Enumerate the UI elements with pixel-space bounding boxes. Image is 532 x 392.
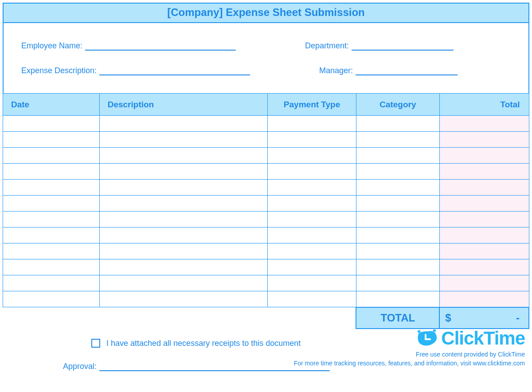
table-row xyxy=(3,132,529,148)
cell-description[interactable] xyxy=(99,259,268,275)
cell-payment_type[interactable] xyxy=(268,259,356,275)
cell-description[interactable] xyxy=(99,180,268,196)
footer-line-1: Free use content provided by ClickTime xyxy=(294,351,525,358)
cell-description[interactable] xyxy=(99,227,268,243)
cell-total[interactable] xyxy=(439,291,529,307)
cell-category[interactable] xyxy=(356,291,439,307)
cell-date[interactable] xyxy=(3,164,100,180)
cell-description[interactable] xyxy=(99,291,268,307)
cell-description[interactable] xyxy=(99,116,268,132)
cell-payment_type[interactable] xyxy=(268,180,356,196)
cell-payment_type[interactable] xyxy=(268,164,356,180)
table-row xyxy=(3,291,529,307)
table-row xyxy=(3,116,529,132)
cell-total[interactable] xyxy=(439,164,529,180)
cell-total[interactable] xyxy=(439,259,529,275)
col-total: Total xyxy=(439,94,529,116)
cell-category[interactable] xyxy=(356,196,439,212)
cell-payment_type[interactable] xyxy=(268,132,356,148)
cell-category[interactable] xyxy=(356,148,439,164)
table-row xyxy=(3,212,529,227)
table-row xyxy=(3,227,529,243)
col-category: Category xyxy=(356,94,439,116)
department-label: Department: xyxy=(305,41,349,51)
table-row xyxy=(3,275,529,291)
cell-category[interactable] xyxy=(356,180,439,196)
cell-payment_type[interactable] xyxy=(268,196,356,212)
grand-total-amount: $ - xyxy=(439,307,529,329)
cell-date[interactable] xyxy=(3,227,100,243)
footer-line-2: For more time tracking resources, featur… xyxy=(294,360,525,367)
cell-description[interactable] xyxy=(99,196,268,212)
col-payment-type: Payment Type xyxy=(268,94,356,116)
manager-label: Manager: xyxy=(319,66,353,75)
expense-description-field[interactable] xyxy=(99,66,250,75)
cell-category[interactable] xyxy=(356,212,439,227)
clicktime-logo-text: ClickTime xyxy=(441,328,525,349)
cell-date[interactable] xyxy=(3,180,100,196)
cell-description[interactable] xyxy=(99,243,268,259)
cell-date[interactable] xyxy=(3,259,100,275)
cell-payment_type[interactable] xyxy=(268,275,356,291)
cell-total[interactable] xyxy=(439,275,529,291)
cell-total[interactable] xyxy=(439,180,529,196)
table-row xyxy=(3,196,529,212)
cell-date[interactable] xyxy=(3,243,100,259)
table-row xyxy=(3,180,529,196)
table-row xyxy=(3,164,529,180)
col-date: Date xyxy=(3,94,100,116)
cell-date[interactable] xyxy=(3,212,100,227)
cell-description[interactable] xyxy=(99,275,268,291)
cell-category[interactable] xyxy=(356,227,439,243)
cell-date[interactable] xyxy=(3,132,100,148)
cell-date[interactable] xyxy=(3,291,100,307)
cell-description[interactable] xyxy=(99,148,268,164)
department-field[interactable] xyxy=(352,41,454,51)
cell-total[interactable] xyxy=(439,243,529,259)
cell-date[interactable] xyxy=(3,196,100,212)
page-title: [Company] Expense Sheet Submission xyxy=(3,3,529,23)
receipts-confirmation-text: I have attached all necessary receipts t… xyxy=(106,339,301,348)
manager-field[interactable] xyxy=(356,66,458,75)
cell-description[interactable] xyxy=(99,212,268,227)
cell-payment_type[interactable] xyxy=(268,243,356,259)
header-fields: Employee Name: Department: Expense Descr… xyxy=(3,23,529,93)
cell-total[interactable] xyxy=(439,116,529,132)
branding-block: ClickTime Free use content provided by C… xyxy=(294,328,525,367)
cell-payment_type[interactable] xyxy=(268,116,356,132)
cell-payment_type[interactable] xyxy=(268,212,356,227)
cell-category[interactable] xyxy=(356,259,439,275)
table-row xyxy=(3,243,529,259)
cell-date[interactable] xyxy=(3,116,100,132)
receipts-checkbox[interactable] xyxy=(91,339,100,348)
table-row xyxy=(3,148,529,164)
clicktime-logo-icon xyxy=(416,329,438,347)
employee-name-field[interactable] xyxy=(85,41,236,51)
table-header-row: Date Description Payment Type Category T… xyxy=(3,94,529,116)
grand-total-row: TOTAL $ - xyxy=(3,307,529,329)
cell-total[interactable] xyxy=(439,227,529,243)
cell-payment_type[interactable] xyxy=(268,227,356,243)
cell-category[interactable] xyxy=(356,164,439,180)
cell-total[interactable] xyxy=(439,212,529,227)
expense-description-label: Expense Description: xyxy=(21,66,97,75)
svg-rect-1 xyxy=(425,338,431,340)
col-description: Description xyxy=(99,94,268,116)
cell-category[interactable] xyxy=(356,275,439,291)
cell-payment_type[interactable] xyxy=(268,291,356,307)
table-row xyxy=(3,259,529,275)
cell-total[interactable] xyxy=(439,132,529,148)
cell-description[interactable] xyxy=(99,164,268,180)
cell-category[interactable] xyxy=(356,132,439,148)
cell-date[interactable] xyxy=(3,148,100,164)
cell-date[interactable] xyxy=(3,275,100,291)
cell-category[interactable] xyxy=(356,243,439,259)
cell-payment_type[interactable] xyxy=(268,148,356,164)
cell-category[interactable] xyxy=(356,116,439,132)
cell-description[interactable] xyxy=(99,132,268,148)
cell-total[interactable] xyxy=(439,148,529,164)
approval-label: Approval: xyxy=(63,362,97,371)
cell-total[interactable] xyxy=(439,196,529,212)
grand-total-label: TOTAL xyxy=(356,307,439,329)
expense-table: Date Description Payment Type Category T… xyxy=(3,93,529,329)
